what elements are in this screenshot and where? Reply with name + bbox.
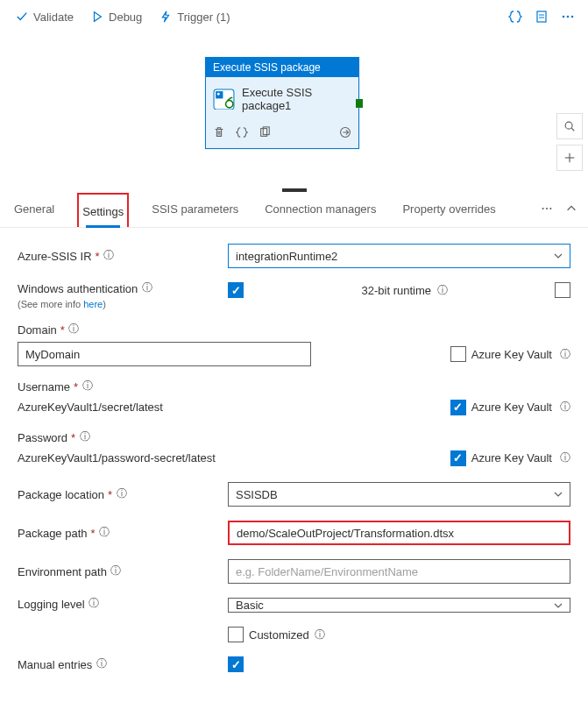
- clipboard-button[interactable]: [530, 5, 553, 28]
- canvas[interactable]: Execute SSIS package Execute SSIS packag…: [0, 34, 588, 192]
- bit32-checkbox[interactable]: [555, 282, 570, 298]
- svg-point-5: [571, 16, 574, 18]
- validate-button[interactable]: Validate: [9, 7, 81, 27]
- manual-entries-label: Manual entries: [18, 658, 92, 671]
- info-icon[interactable]: [79, 431, 90, 443]
- svg-point-4: [567, 16, 570, 18]
- node-braces-button[interactable]: [236, 126, 248, 141]
- lightning-icon: [159, 11, 172, 23]
- info-icon[interactable]: [99, 527, 110, 538]
- ssis-icon: [213, 87, 235, 111]
- tab-general[interactable]: General: [11, 192, 58, 227]
- info-icon[interactable]: [436, 285, 448, 296]
- username-label: Username: [18, 380, 70, 394]
- play-icon: [91, 11, 103, 23]
- info-icon[interactable]: [141, 282, 152, 294]
- add-canvas-button[interactable]: [556, 145, 583, 171]
- node-connector[interactable]: [356, 99, 363, 108]
- more-button[interactable]: [556, 5, 579, 28]
- info-icon[interactable]: [110, 565, 122, 577]
- windows-auth-sublabel: (See more info here): [18, 299, 228, 309]
- tab-ssis-parameters[interactable]: SSIS parameters: [148, 192, 242, 227]
- trigger-button[interactable]: Trigger (1): [152, 7, 237, 27]
- azure-ssis-ir-select[interactable]: integrationRuntime2: [228, 244, 570, 268]
- logging-level-label: Logging level: [18, 598, 85, 611]
- windows-auth-label: Windows authentication: [18, 282, 138, 295]
- check-icon: [16, 11, 28, 23]
- environment-path-label: Environment path: [18, 565, 107, 578]
- debug-button[interactable]: Debug: [84, 7, 149, 27]
- braces-button[interactable]: [504, 5, 527, 28]
- svg-point-16: [546, 207, 548, 209]
- debug-label: Debug: [109, 11, 142, 24]
- akv-label: Azure Key Vault: [471, 401, 552, 414]
- bit32-label: 32-bit runtime: [362, 284, 431, 297]
- info-icon[interactable]: [103, 250, 115, 261]
- settings-form: Azure-SSIS IR * integrationRuntime2 Wind…: [0, 228, 588, 702]
- username-akv-checkbox[interactable]: [450, 400, 466, 415]
- azure-ssis-ir-label: Azure-SSIS IR: [18, 250, 92, 263]
- trigger-label: Trigger (1): [177, 11, 230, 24]
- password-akv-checkbox[interactable]: [450, 450, 466, 466]
- logging-level-select[interactable]: Basic: [228, 598, 570, 613]
- svg-point-15: [542, 207, 544, 209]
- password-label: Password: [18, 431, 67, 444]
- clipboard-icon: [535, 10, 549, 24]
- tabs-more-button[interactable]: [541, 202, 553, 217]
- info-icon[interactable]: [559, 452, 570, 464]
- domain-label: Domain: [18, 323, 57, 337]
- chevron-up-icon: [565, 202, 577, 215]
- tab-row: General Settings SSIS parameters Connect…: [0, 192, 588, 228]
- braces-icon: [508, 10, 522, 24]
- activity-node[interactable]: Execute SSIS package Execute SSIS packag…: [205, 57, 359, 149]
- info-icon[interactable]: [96, 658, 107, 670]
- info-icon[interactable]: [89, 598, 100, 609]
- package-location-select[interactable]: SSISDB: [228, 482, 570, 507]
- clone-node-button[interactable]: [259, 126, 271, 141]
- customized-checkbox[interactable]: [228, 627, 244, 642]
- environment-path-input[interactable]: [228, 559, 570, 584]
- info-icon[interactable]: [116, 488, 127, 500]
- logging-level-value: Basic: [236, 599, 264, 612]
- top-toolbar: Validate Debug Trigger (1): [0, 0, 588, 34]
- see-more-link[interactable]: here: [83, 299, 103, 309]
- tab-settings[interactable]: Settings: [77, 193, 129, 227]
- delete-node-button[interactable]: [213, 126, 225, 141]
- domain-input[interactable]: [18, 342, 311, 366]
- svg-point-11: [565, 122, 572, 129]
- chevron-down-icon: [554, 490, 563, 499]
- windows-auth-checkbox[interactable]: [228, 282, 244, 298]
- info-icon[interactable]: [559, 401, 570, 413]
- tab-property-overrides[interactable]: Property overrides: [399, 192, 499, 227]
- manual-entries-checkbox[interactable]: [228, 656, 244, 672]
- package-location-label: Package location: [18, 488, 104, 501]
- ellipsis-icon: [561, 10, 575, 24]
- svg-line-12: [571, 128, 574, 131]
- node-title: Execute SSIS package1: [242, 86, 351, 112]
- chevron-down-icon: [554, 252, 563, 260]
- node-header: Execute SSIS package: [206, 58, 358, 77]
- info-icon[interactable]: [81, 380, 93, 392]
- domain-akv-checkbox[interactable]: [450, 346, 466, 362]
- tab-connection-managers[interactable]: Connection managers: [261, 192, 379, 227]
- password-value: AzureKeyVault1/password-secret/latest: [18, 448, 311, 468]
- panel-resize-handle[interactable]: [282, 188, 307, 192]
- akv-label: Azure Key Vault: [471, 451, 552, 464]
- required-marker: *: [96, 250, 100, 263]
- package-path-input[interactable]: [228, 521, 570, 545]
- info-icon[interactable]: [315, 629, 326, 641]
- info-icon[interactable]: [68, 323, 80, 335]
- search-canvas-button[interactable]: [556, 113, 583, 139]
- node-output-button[interactable]: [339, 126, 351, 141]
- svg-point-3: [563, 16, 565, 18]
- customized-label: Customized: [249, 628, 309, 642]
- svg-point-7: [217, 92, 220, 95]
- info-icon[interactable]: [559, 349, 570, 360]
- trash-icon: [213, 126, 225, 138]
- output-arrow-icon: [339, 126, 351, 138]
- svg-rect-0: [537, 11, 546, 22]
- collapse-panel-button[interactable]: [565, 202, 577, 217]
- search-icon: [563, 120, 576, 132]
- validate-label: Validate: [33, 11, 74, 24]
- azure-ssis-ir-value: integrationRuntime2: [236, 250, 337, 263]
